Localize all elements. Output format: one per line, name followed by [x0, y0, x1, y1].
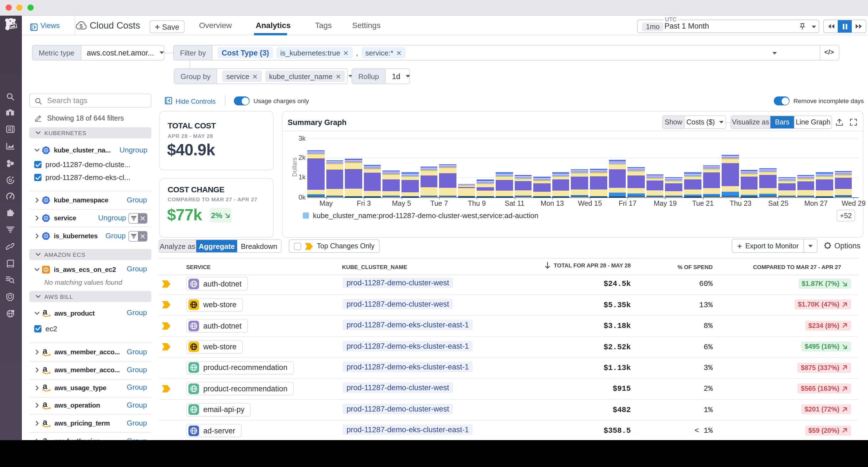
svg-text:$: $: [80, 23, 83, 29]
